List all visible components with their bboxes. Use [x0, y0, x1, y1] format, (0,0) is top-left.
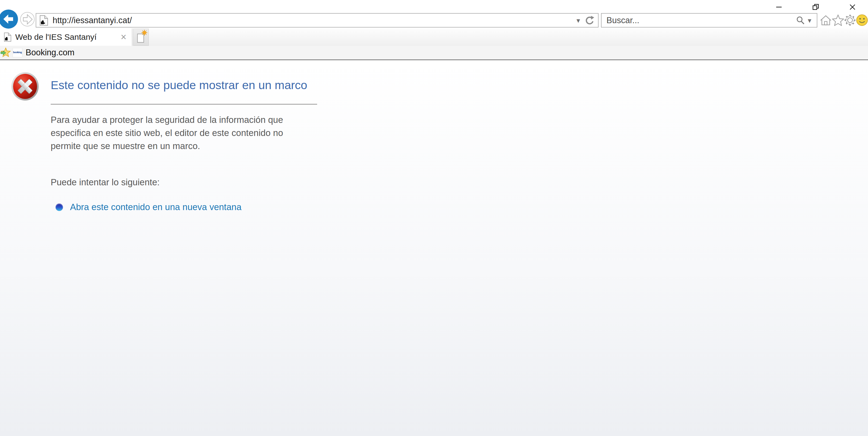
minimize-button[interactable] — [768, 1, 789, 13]
settings-button[interactable] — [844, 14, 856, 26]
favorites-button[interactable] — [832, 14, 844, 26]
heading-divider — [51, 104, 317, 105]
refresh-button[interactable] — [583, 15, 596, 25]
search-button[interactable] — [796, 16, 805, 25]
search-dropdown-icon[interactable]: ▾ — [805, 17, 814, 24]
refresh-icon — [584, 15, 594, 25]
star-arrow-icon — [1, 48, 11, 58]
booking-favicon: booking.com — [12, 48, 22, 57]
favorite-label: Booking.com — [26, 48, 74, 58]
home-button[interactable] — [819, 14, 832, 26]
add-favorite-button[interactable] — [0, 48, 12, 58]
error-page-content: Este contenido no se puede mostrar en un… — [0, 61, 868, 436]
open-in-new-window-link[interactable]: Abra este contenido en una nueva ventana — [70, 202, 241, 212]
tab-web-ies-santanyi[interactable]: Web de l'IES Santanyí × — [0, 28, 132, 46]
tab-title: Web de l'IES Santanyí — [15, 32, 118, 42]
tab-close-button[interactable]: × — [118, 32, 129, 42]
error-heading: Este contenido no se puede mostrar en un… — [51, 79, 307, 92]
page-favicon-icon — [39, 15, 48, 26]
favorite-item-booking[interactable]: booking.com Booking.com — [12, 48, 77, 58]
feedback-button[interactable] — [856, 14, 868, 26]
suggestion-row: Abra este contenido en una nueva ventana — [56, 202, 241, 212]
error-icon — [11, 72, 39, 101]
browser-window: ▾ ▾ — [0, 0, 868, 436]
forward-arrow-icon — [22, 14, 33, 25]
tab-band: Web de l'IES Santanyí × — [0, 28, 868, 46]
close-button[interactable] — [842, 1, 863, 13]
forward-button[interactable] — [20, 12, 35, 26]
back-button[interactable] — [0, 9, 18, 29]
search-icon — [796, 16, 805, 25]
search-input[interactable] — [606, 15, 796, 26]
restore-button[interactable] — [805, 1, 826, 13]
bullet-icon — [56, 204, 63, 211]
favorites-star-icon — [832, 14, 844, 26]
gear-icon — [844, 14, 856, 26]
home-icon — [819, 14, 832, 26]
minimize-icon — [775, 3, 783, 11]
search-bar[interactable]: ▾ — [601, 13, 817, 28]
error-body-text: Para ayudar a proteger la seguridad de l… — [51, 113, 283, 153]
smiley-icon — [856, 14, 868, 26]
back-arrow-icon — [1, 12, 16, 26]
window-controls — [768, 1, 863, 13]
address-dropdown-icon[interactable]: ▾ — [574, 17, 583, 24]
new-tab-sparkle-icon — [142, 30, 147, 36]
restore-icon — [812, 3, 820, 11]
favorites-bar: booking.com Booking.com — [0, 46, 868, 60]
address-bar[interactable]: ▾ — [36, 13, 598, 28]
tab-favicon-icon — [4, 32, 11, 42]
browser-toolbar-icons — [819, 13, 866, 27]
suggestion-intro-text: Puede intentar lo siguiente: — [51, 177, 160, 187]
close-icon — [848, 3, 857, 11]
address-url-input[interactable] — [52, 15, 574, 26]
new-tab-button[interactable] — [133, 29, 149, 46]
